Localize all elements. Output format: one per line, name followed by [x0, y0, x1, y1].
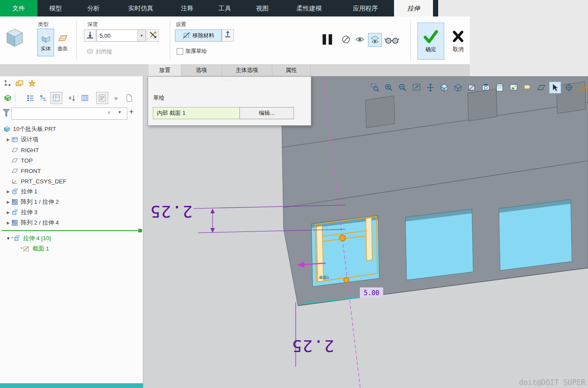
folder-browser-icon[interactable]: [14, 77, 26, 89]
menu-extrude-active[interactable]: 拉伸: [394, 0, 433, 16]
tree-filters-icon[interactable]: [96, 92, 108, 104]
tab-properties[interactable]: 属性: [272, 64, 311, 76]
closed-end-option[interactable]: 封闭端: [87, 48, 112, 56]
flip-material-side-button[interactable]: [222, 29, 234, 42]
insertion-indicator[interactable]: [0, 228, 143, 233]
expand-arrow-icon[interactable]: ▶: [5, 221, 11, 225]
tree-item-csys[interactable]: PRT_CSYS_DEF: [0, 176, 143, 186]
menu-tools[interactable]: 工具: [206, 0, 243, 16]
dimension-width-bottom[interactable]: 2.25: [291, 302, 334, 367]
tree-root-part[interactable]: 10个批头板.PRT: [0, 124, 143, 134]
tree-item-pattern-1[interactable]: ▶ 阵列 1 / 拉伸 2: [0, 197, 143, 207]
depth-type-button[interactable]: [84, 29, 96, 42]
saved-views-icon[interactable]: [480, 82, 492, 94]
search-options-caret-icon[interactable]: ▼: [118, 110, 122, 114]
tree-item-front-plane[interactable]: FRONT: [0, 166, 143, 176]
no-preview-button[interactable]: [340, 34, 352, 45]
zoom-out-icon[interactable]: [397, 82, 409, 94]
ok-button[interactable]: 确定: [417, 23, 444, 60]
tree-item-pattern-2[interactable]: ▶ 阵列 2 / 拉伸 4: [0, 218, 143, 228]
pan-icon[interactable]: [424, 82, 436, 94]
column-display-icon[interactable]: [79, 92, 91, 104]
tree-item-section-1[interactable]: * 截面 1: [0, 244, 143, 254]
display-style-icon[interactable]: [452, 82, 464, 94]
top-pocket[interactable]: [468, 89, 497, 121]
insertion-handle[interactable]: [138, 229, 142, 232]
search-clear-icon[interactable]: ×: [107, 109, 111, 116]
tree-item-right-plane[interactable]: RIGHT: [0, 145, 143, 155]
sketch-collector-field[interactable]: 内部 截面 1: [153, 107, 242, 119]
tree-item-extrude-1[interactable]: ▶ 拉伸 1: [0, 186, 143, 197]
tab-options[interactable]: 选项: [181, 64, 222, 76]
remove-material-toggle[interactable]: 移除材料: [175, 29, 222, 42]
surface-button[interactable]: 曲面: [54, 29, 71, 56]
sort-icon[interactable]: a: [66, 92, 78, 104]
thicken-sketch-option[interactable]: 加厚草绘: [177, 48, 207, 55]
dimension-depth[interactable]: 5.00: [360, 287, 383, 298]
flip-depth-direction-button[interactable]: [147, 29, 159, 42]
tab-body-options[interactable]: 主体选项: [222, 64, 272, 76]
dimension-value[interactable]: 5.00: [364, 289, 379, 297]
view-manager-icon[interactable]: [494, 82, 506, 94]
refit-icon[interactable]: [410, 82, 423, 94]
thicken-sketch-checkbox[interactable]: [177, 48, 183, 55]
expand-arrow-icon[interactable]: ▶: [5, 189, 11, 194]
tree-item-design-items[interactable]: ▶ 设计项: [0, 134, 143, 145]
box-zoom-icon[interactable]: [369, 82, 381, 94]
menu-analysis[interactable]: 分析: [74, 0, 113, 16]
menu-live-simulation[interactable]: 实时仿真: [113, 0, 168, 16]
tree-item-top-plane[interactable]: TOP: [0, 155, 143, 166]
menu-annotate[interactable]: 注释: [168, 0, 206, 16]
menu-flexible-modeling[interactable]: 柔性建模: [281, 0, 337, 16]
edit-sketch-button[interactable]: 编辑...: [239, 107, 294, 119]
shading-icon[interactable]: [438, 82, 450, 94]
type-group-label: 类型: [38, 21, 48, 28]
add-filter-icon[interactable]: +: [129, 108, 134, 117]
expand-arrow-icon[interactable]: ▶: [5, 200, 11, 204]
tree-list-icon[interactable]: [24, 92, 36, 104]
datum-display-icon[interactable]: [535, 82, 547, 94]
sketch-bar[interactable]: [366, 218, 372, 261]
drag-handle[interactable]: [339, 235, 346, 241]
menu-model[interactable]: 模型: [37, 0, 74, 16]
unattached-preview-button[interactable]: [354, 34, 365, 45]
model-tree-tab-icon[interactable]: [2, 77, 14, 89]
depth-value[interactable]: 5.00: [97, 30, 137, 41]
solid-button[interactable]: 实体: [37, 29, 54, 56]
drag-handle[interactable]: [344, 277, 349, 283]
sketch-bar[interactable]: [317, 226, 323, 282]
image-capture-icon[interactable]: [507, 82, 520, 94]
dimension-value[interactable]: 2.25: [291, 336, 334, 355]
dimension-value[interactable]: 2.25: [149, 202, 193, 221]
caret-down-icon[interactable]: ▼: [137, 30, 145, 41]
menu-file[interactable]: 文件: [0, 0, 37, 16]
attached-preview-button[interactable]: [368, 33, 382, 47]
cancel-button[interactable]: 取消: [446, 23, 470, 60]
tree-item-extrude-3[interactable]: ▶ 拉伸 3: [0, 207, 143, 218]
select-filter-icon[interactable]: [549, 82, 561, 94]
collapse-arrow-icon[interactable]: ▼: [5, 236, 11, 241]
dragger-icon[interactable]: [577, 82, 588, 94]
glasses-check-button[interactable]: [384, 36, 399, 45]
section-view-icon[interactable]: [466, 82, 478, 94]
overflow-chevrons-icon[interactable]: »: [110, 92, 122, 104]
tab-placement[interactable]: 放置: [149, 64, 181, 76]
panel-drag-handle[interactable]: · · · ·: [148, 78, 311, 82]
top-pocket[interactable]: [365, 96, 395, 128]
document-icon[interactable]: [123, 92, 135, 104]
spin-center-icon[interactable]: [563, 82, 575, 94]
pause-feature-button[interactable]: [319, 32, 336, 47]
tree-indent-icon[interactable]: [37, 92, 49, 104]
tree-columns-icon[interactable]: [50, 92, 62, 104]
zoom-in-icon[interactable]: [383, 82, 395, 94]
menu-applications[interactable]: 应用程序: [337, 0, 394, 16]
depth-value-combobox[interactable]: 5.00 ▼: [97, 29, 146, 42]
filter-funnel-icon[interactable]: [3, 108, 10, 120]
menu-view[interactable]: 视图: [243, 0, 281, 16]
expand-arrow-icon[interactable]: ▶: [5, 210, 11, 215]
expand-arrow-icon[interactable]: ▶: [5, 137, 11, 142]
show-model-icon[interactable]: [2, 92, 14, 104]
tree-item-extrude-4-active[interactable]: ▼ * 拉伸 4 [10]: [0, 233, 143, 244]
favorites-icon[interactable]: [26, 77, 38, 89]
annotation-display-icon[interactable]: [521, 82, 533, 94]
